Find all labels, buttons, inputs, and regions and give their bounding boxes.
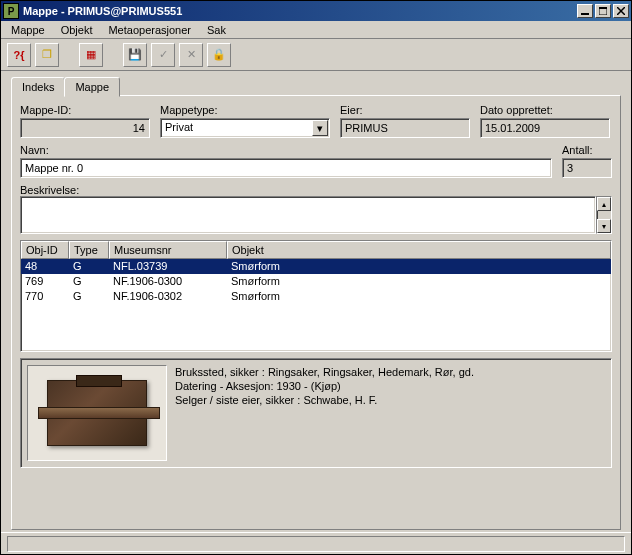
- scroll-down-icon[interactable]: ▾: [597, 219, 611, 233]
- cell-type: G: [69, 289, 109, 304]
- toolbar-button-check[interactable]: ✓: [151, 43, 175, 67]
- tab-mappe[interactable]: Mappe: [64, 77, 120, 97]
- mappetype-value: Privat: [161, 119, 311, 137]
- tab-strip: Indeks Mappe: [11, 77, 621, 96]
- antall-label: Antall:: [562, 144, 612, 156]
- chevron-down-icon: ▾: [312, 120, 328, 136]
- scroll-up-icon[interactable]: ▴: [597, 197, 611, 211]
- minimize-button[interactable]: [577, 4, 593, 18]
- mappe-id-field: 14: [20, 118, 150, 138]
- eier-field: PRIMUS: [340, 118, 470, 138]
- toolbar-button-lock[interactable]: 🔒: [207, 43, 231, 67]
- table-row[interactable]: 770GNF.1906-0302Smørform: [21, 289, 611, 304]
- toolbar-button-1[interactable]: ?{: [7, 43, 31, 67]
- save-icon: 💾: [128, 48, 142, 61]
- object-thumbnail: [27, 365, 167, 461]
- svg-rect-2: [599, 7, 607, 9]
- close-button[interactable]: [613, 4, 629, 18]
- listview-body: 48GNFL.03739Smørform769GNF.1906-0300Smør…: [21, 259, 611, 304]
- cross-icon: ✕: [187, 48, 196, 61]
- tab-indeks[interactable]: Indeks: [11, 77, 65, 96]
- antall-field: 3: [562, 158, 612, 178]
- toolbar-button-2[interactable]: ❐: [35, 43, 59, 67]
- mappetype-label: Mappetype:: [160, 104, 330, 116]
- detail-line-2: Datering - Aksesjon: 1930 - (Kjøp): [175, 379, 605, 393]
- cell-museumsnr: NF.1906-0300: [109, 274, 227, 289]
- header-objekt[interactable]: Objekt: [227, 241, 611, 259]
- menu-bar: Mappe Objekt Metaoperasjoner Sak: [1, 21, 631, 39]
- status-cell: [7, 536, 625, 552]
- grid-icon: ▦: [86, 48, 96, 61]
- table-row[interactable]: 769GNF.1906-0300Smørform: [21, 274, 611, 289]
- cell-museumsnr: NF.1906-0302: [109, 289, 227, 304]
- cell-museumsnr: NFL.03739: [109, 259, 227, 274]
- window-title: Mappe - PRIMUS@PRIMUS551: [23, 5, 577, 17]
- listview-header: Obj-ID Type Museumsnr Objekt: [21, 241, 611, 259]
- title-bar: P Mappe - PRIMUS@PRIMUS551: [1, 1, 631, 21]
- navn-label: Navn:: [20, 144, 552, 156]
- detail-panel: Brukssted, sikker : Ringsaker, Ringsaker…: [20, 358, 612, 468]
- cell-type: G: [69, 274, 109, 289]
- menu-sak[interactable]: Sak: [201, 23, 232, 37]
- beskrivelse-scrollbar[interactable]: ▴ ▾: [596, 196, 612, 234]
- toolbar-button-cancel[interactable]: ✕: [179, 43, 203, 67]
- navn-input[interactable]: Mappe nr. 0: [20, 158, 552, 178]
- dato-opprettet-label: Dato opprettet:: [480, 104, 610, 116]
- app-icon: P: [3, 3, 19, 19]
- header-type[interactable]: Type: [69, 241, 109, 259]
- check-icon: ✓: [159, 48, 168, 61]
- detail-line-1: Brukssted, sikker : Ringsaker, Ringsaker…: [175, 365, 605, 379]
- tab-panel-mappe: Mappe-ID: 14 Mappetype: Privat ▾ Eier: P…: [11, 95, 621, 530]
- cell-type: G: [69, 259, 109, 274]
- mappetype-select[interactable]: Privat ▾: [160, 118, 330, 138]
- header-objid[interactable]: Obj-ID: [21, 241, 69, 259]
- toolbar-button-save[interactable]: 💾: [123, 43, 147, 67]
- menu-mappe[interactable]: Mappe: [5, 23, 51, 37]
- question-icon: ?{: [14, 49, 25, 61]
- cell-objekt: Smørform: [227, 259, 611, 274]
- table-row[interactable]: 48GNFL.03739Smørform: [21, 259, 611, 274]
- header-museumsnr[interactable]: Museumsnr: [109, 241, 227, 259]
- detail-line-3: Selger / siste eier, sikker : Schwabe, H…: [175, 393, 605, 407]
- cell-objid: 48: [21, 259, 69, 274]
- status-bar: [1, 532, 631, 554]
- menu-metaoperasjoner[interactable]: Metaoperasjoner: [102, 23, 197, 37]
- mappe-id-label: Mappe-ID:: [20, 104, 150, 116]
- toolbar-button-3[interactable]: ▦: [79, 43, 103, 67]
- detail-text: Brukssted, sikker : Ringsaker, Ringsaker…: [175, 365, 605, 461]
- content-area: Indeks Mappe Mappe-ID: 14 Mappetype: Pri…: [1, 71, 631, 532]
- object-listview[interactable]: Obj-ID Type Museumsnr Objekt 48GNFL.0373…: [20, 240, 612, 352]
- svg-rect-0: [581, 13, 589, 15]
- beskrivelse-label: Beskrivelse:: [20, 184, 612, 196]
- cards-icon: ❐: [42, 48, 52, 61]
- menu-objekt[interactable]: Objekt: [55, 23, 99, 37]
- cell-objid: 769: [21, 274, 69, 289]
- eier-label: Eier:: [340, 104, 470, 116]
- toolbar: ?{ ❐ ▦ 💾 ✓ ✕ 🔒: [1, 39, 631, 71]
- maximize-button[interactable]: [595, 4, 611, 18]
- dato-opprettet-field: 15.01.2009: [480, 118, 610, 138]
- object-image: [47, 380, 147, 446]
- cell-objekt: Smørform: [227, 289, 611, 304]
- lock-icon: 🔒: [212, 48, 226, 61]
- cell-objekt: Smørform: [227, 274, 611, 289]
- app-window: P Mappe - PRIMUS@PRIMUS551 Mappe Objekt …: [0, 0, 632, 555]
- beskrivelse-textarea[interactable]: [20, 196, 596, 234]
- cell-objid: 770: [21, 289, 69, 304]
